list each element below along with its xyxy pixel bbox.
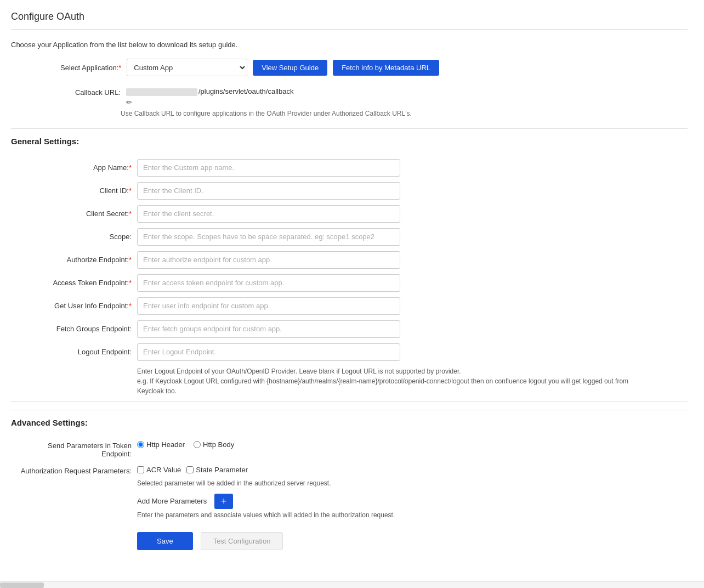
client-secret-input[interactable]	[137, 205, 400, 223]
callback-hint: Use Callback URL to configure applicatio…	[121, 110, 688, 117]
app-name-input[interactable]	[137, 159, 400, 177]
callback-url-suffix: /plugins/servlet/oauth/callback	[198, 87, 293, 95]
scrollbar-thumb[interactable]	[0, 583, 44, 588]
scope-input[interactable]	[137, 228, 400, 246]
authorize-endpoint-label: Authorize Endpoint:*	[27, 256, 137, 264]
authorize-endpoint-input[interactable]	[137, 251, 400, 269]
add-more-container: Add More Parameters + Enter the paramete…	[137, 490, 688, 519]
checkbox-hint: Selected parameter will be added in the …	[137, 479, 688, 487]
state-parameter-text: State Parameter	[196, 466, 248, 474]
client-secret-label: Client Secret:*	[27, 210, 137, 218]
user-info-endpoint-label: Get User Info Endpoint:*	[27, 302, 137, 310]
test-configuration-button[interactable]: Test Configuration	[201, 532, 283, 550]
callback-url-masked	[126, 88, 197, 96]
application-select[interactable]: Custom App Google GitHub Facebook Linked…	[127, 59, 247, 76]
fetch-groups-endpoint-label: Fetch Groups Endpoint:	[27, 325, 137, 333]
add-more-row: Add More Parameters +	[137, 494, 688, 509]
http-body-text: Http Body	[203, 440, 234, 449]
edit-icon[interactable]: ✏	[126, 98, 293, 106]
token-endpoint-label: Send Parameters in Token Endpoint:	[16, 440, 137, 458]
advanced-settings-section: Advanced Settings: Send Parameters in To…	[11, 402, 688, 519]
token-endpoint-radio-group: Http Header Http Body	[137, 440, 688, 449]
access-token-endpoint-input[interactable]	[137, 274, 400, 292]
callback-url-row: Callback URL: /plugins/servlet/oauth/cal…	[60, 87, 688, 106]
http-header-label[interactable]: Http Header	[137, 440, 185, 449]
acr-value-label[interactable]: ACR Value	[137, 466, 181, 474]
select-application-label: Select Application:*	[60, 64, 121, 72]
callback-url-value: /plugins/servlet/oauth/callback	[126, 87, 293, 96]
general-settings-form: App Name:* Client ID:* Client Secret:* S…	[11, 159, 688, 396]
http-body-label[interactable]: Http Body	[194, 440, 234, 449]
auth-request-params-group: ACR Value State Parameter Selected param…	[137, 466, 688, 519]
state-parameter-checkbox[interactable]	[186, 466, 194, 473]
callback-url-label: Callback URL:	[60, 87, 121, 97]
advanced-settings-form: Send Parameters in Token Endpoint: Http …	[11, 440, 688, 519]
bottom-buttons: Save Test Configuration	[137, 532, 688, 550]
logout-endpoint-label: Logout Endpoint:	[27, 348, 137, 356]
client-id-label: Client ID:*	[27, 186, 137, 195]
user-info-endpoint-input[interactable]	[137, 297, 400, 315]
auth-checkboxes-row: ACR Value State Parameter	[137, 466, 688, 474]
callback-url-container: /plugins/servlet/oauth/callback ✏	[126, 87, 293, 106]
client-id-input[interactable]	[137, 182, 400, 200]
auth-request-params-label: Authorization Request Parameters:	[16, 466, 137, 475]
logout-endpoint-input[interactable]	[137, 343, 400, 361]
select-application-row: Select Application:* Custom App Google G…	[11, 59, 688, 76]
app-name-label: App Name:*	[27, 163, 137, 172]
http-header-text: Http Header	[146, 440, 185, 449]
horizontal-scrollbar[interactable]	[0, 581, 704, 588]
logout-hint: Enter Logout Endpoint of your OAuth/Open…	[137, 366, 631, 396]
acr-value-text: ACR Value	[146, 466, 181, 474]
general-settings-header: General Settings:	[11, 128, 688, 151]
intro-text: Choose your Application from the list be…	[11, 41, 688, 49]
page-title: Configure OAuth	[11, 11, 688, 30]
add-more-hint: Enter the parameters and associate value…	[137, 511, 688, 519]
access-token-endpoint-label: Access Token Endpoint:*	[27, 279, 137, 287]
save-button[interactable]: Save	[137, 532, 193, 550]
advanced-settings-header: Advanced Settings:	[11, 410, 688, 433]
scope-label: Scope:	[27, 233, 137, 241]
acr-value-checkbox[interactable]	[137, 466, 144, 473]
http-header-radio[interactable]	[137, 441, 144, 448]
fetch-info-button[interactable]: Fetch info by Metadata URL	[333, 60, 439, 76]
http-body-radio[interactable]	[194, 441, 201, 448]
state-parameter-label[interactable]: State Parameter	[186, 466, 248, 474]
add-more-label: Add More Parameters	[137, 497, 207, 505]
add-parameter-button[interactable]: +	[214, 494, 233, 509]
fetch-groups-endpoint-input[interactable]	[137, 320, 400, 338]
view-setup-guide-button[interactable]: View Setup Guide	[253, 60, 327, 76]
